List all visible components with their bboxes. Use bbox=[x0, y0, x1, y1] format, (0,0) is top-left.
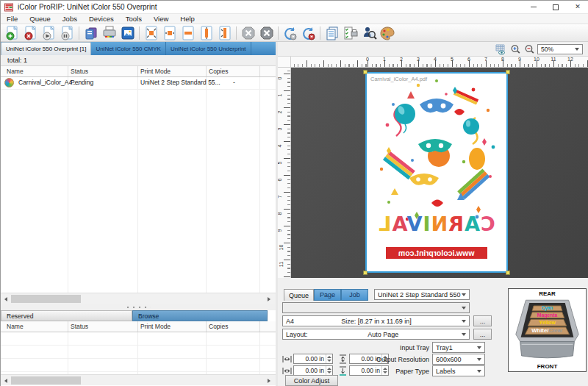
column-name[interactable]: Name bbox=[7, 323, 24, 330]
horizontal-ruler: 0 1 2 3 4 5 6 7 8 9 10 11 12 bbox=[291, 57, 588, 68]
zoom-in-icon[interactable] bbox=[509, 43, 522, 55]
carnival-title-text: CARNIVAL bbox=[367, 212, 506, 235]
menu-jobs[interactable]: Jobs bbox=[57, 15, 83, 23]
margin-right-input[interactable]: 0.00 in bbox=[293, 365, 333, 376]
scale-page-icon[interactable] bbox=[215, 25, 234, 41]
menu-help[interactable]: Help bbox=[174, 15, 201, 23]
center-page-icon[interactable] bbox=[160, 25, 179, 41]
job-row[interactable]: Carnival_iColor_A4.... Pending UniNet 2 … bbox=[1, 77, 276, 90]
column-name[interactable]: Name bbox=[7, 68, 24, 75]
front-label: FRONT bbox=[509, 363, 586, 370]
zoom-level-select[interactable]: 50% bbox=[537, 44, 583, 54]
rerun-job-icon[interactable] bbox=[299, 25, 318, 41]
column-print-mode[interactable]: Print Mode bbox=[140, 68, 171, 75]
page-selection[interactable]: Carnival_iColor_A4.pdf CARNIVAL www.icol… bbox=[365, 72, 508, 273]
menu-tools[interactable]: Tools bbox=[120, 15, 148, 23]
spinner-icon[interactable] bbox=[381, 366, 388, 375]
stop-all-icon[interactable] bbox=[257, 25, 276, 41]
chevron-down-icon bbox=[462, 307, 466, 310]
print-icon[interactable] bbox=[100, 25, 118, 41]
maximize-icon bbox=[553, 4, 559, 10]
column-copies[interactable]: Copies bbox=[209, 323, 228, 330]
paper-type-select[interactable]: Labels bbox=[432, 365, 485, 376]
column-copies[interactable]: Copies bbox=[209, 68, 228, 75]
panel-splitter[interactable] bbox=[1, 304, 276, 310]
tab-overprint[interactable]: UniNet iColor 550 Overprint [1] bbox=[1, 42, 91, 55]
layout-select[interactable]: Layout: Auto Page bbox=[282, 329, 470, 340]
app-window: iColor ProRIP: UniNet iColor 550 Overpri… bbox=[0, 0, 588, 386]
page-size-select[interactable]: A4 Size: [8.27 in x 11.69 in] bbox=[282, 315, 470, 326]
menu-devices[interactable]: Devices bbox=[83, 15, 120, 23]
scroll-left-icon[interactable] bbox=[1, 293, 11, 304]
column-status[interactable]: Status bbox=[71, 323, 88, 330]
lower-table-body bbox=[1, 332, 276, 374]
margin-bottom-input[interactable]: 0.00 in bbox=[349, 365, 389, 376]
tab-cmyk[interactable]: UniNet iColor 550 CMYK bbox=[91, 42, 165, 55]
tab-underprint[interactable]: UniNet iColor 550 Underprint bbox=[166, 42, 251, 55]
fit-to-page-icon[interactable] bbox=[142, 25, 160, 41]
menu-file[interactable]: File bbox=[1, 15, 24, 23]
spinner-icon[interactable] bbox=[326, 354, 332, 363]
grid-toggle-icon[interactable] bbox=[494, 43, 506, 55]
hold-job-icon[interactable] bbox=[58, 25, 76, 41]
scroll-right-icon[interactable] bbox=[264, 375, 274, 386]
svg-text:Cyan: Cyan bbox=[542, 305, 553, 311]
rear-label: REAR bbox=[509, 290, 586, 297]
toolbar-separator bbox=[320, 26, 320, 40]
lower-table-hscrollbar[interactable] bbox=[1, 374, 276, 385]
job-list-icon[interactable] bbox=[323, 25, 341, 41]
chevron-down-icon bbox=[477, 358, 481, 361]
tab-page[interactable]: Page bbox=[314, 289, 341, 301]
print-job-icon[interactable] bbox=[40, 25, 58, 41]
layout-more-button[interactable]: ... bbox=[473, 329, 492, 340]
color-palette-icon[interactable] bbox=[378, 25, 396, 41]
app-icon bbox=[4, 3, 13, 12]
tab-reserved[interactable]: Reserved bbox=[1, 310, 132, 321]
media-select[interactable] bbox=[282, 302, 470, 313]
input-tray-select[interactable]: Tray1 bbox=[432, 342, 485, 353]
restart-job-icon[interactable] bbox=[281, 25, 299, 41]
menu-queue[interactable]: Queue bbox=[24, 15, 57, 23]
save-image-icon[interactable] bbox=[118, 25, 137, 41]
svg-text:Magenta: Magenta bbox=[537, 312, 558, 318]
add-job-icon[interactable] bbox=[3, 25, 21, 41]
page-size-more-button[interactable]: ... bbox=[473, 315, 492, 326]
maximize-button[interactable] bbox=[545, 1, 567, 14]
fit-height-icon[interactable] bbox=[197, 25, 215, 41]
output-resolution-label: Output Resolution bbox=[376, 356, 429, 363]
scroll-right-icon[interactable] bbox=[264, 293, 274, 304]
margin-left-input[interactable]: 0.00 in bbox=[293, 354, 333, 364]
queue-panel: UniNet iColor 550 Overprint [1] UniNet i… bbox=[1, 42, 276, 386]
scrollbar-thumb[interactable] bbox=[11, 376, 81, 385]
fit-width-icon[interactable] bbox=[179, 25, 197, 41]
top-margin-icon bbox=[338, 354, 348, 364]
abort-job-icon[interactable] bbox=[239, 25, 257, 41]
menu-view[interactable]: View bbox=[148, 15, 174, 23]
minimize-button[interactable] bbox=[523, 1, 545, 14]
duplicate-job-icon[interactable] bbox=[82, 25, 100, 41]
output-resolution-select[interactable]: 600x600 bbox=[432, 354, 485, 365]
zoom-out-icon[interactable] bbox=[523, 43, 536, 55]
scrollbar-thumb[interactable] bbox=[11, 295, 81, 303]
preview-page[interactable]: Carnival_iColor_A4.pdf CARNIVAL www.icol… bbox=[367, 74, 506, 271]
tab-queue[interactable]: Queue bbox=[284, 289, 314, 301]
paper-profile-select[interactable]: UniNet 2 Step Standard 550 Paper bbox=[374, 289, 470, 300]
preview-canvas[interactable]: Carnival_iColor_A4.pdf CARNIVAL www.icol… bbox=[291, 68, 588, 278]
tab-job[interactable]: Job bbox=[341, 289, 368, 301]
scroll-left-icon[interactable] bbox=[1, 375, 11, 386]
job-table-hscrollbar[interactable] bbox=[1, 293, 276, 304]
delete-job-icon[interactable] bbox=[21, 25, 40, 41]
color-adjust-button[interactable]: Color Adjust bbox=[285, 375, 338, 386]
title-bar: iColor ProRIP: UniNet iColor 550 Overpri… bbox=[1, 1, 588, 14]
lower-tabs: Reserved Browse bbox=[1, 310, 276, 321]
settings-panel: Queue Page Job UniNet 2 Step Standard 55… bbox=[278, 288, 508, 386]
printer-diagram-panel: REAR Cyan Magenta Yellow White/Clear FRO… bbox=[508, 288, 587, 372]
job-info-icon[interactable] bbox=[359, 25, 378, 41]
close-button[interactable]: ✕ bbox=[567, 1, 588, 14]
device-settings-icon[interactable] bbox=[341, 25, 359, 41]
spinner-icon[interactable] bbox=[326, 366, 332, 375]
tab-browse[interactable]: Browse bbox=[132, 310, 268, 321]
column-status[interactable]: Status bbox=[71, 68, 88, 75]
column-print-mode[interactable]: Print Mode bbox=[140, 323, 171, 330]
minimize-icon bbox=[531, 7, 537, 7]
